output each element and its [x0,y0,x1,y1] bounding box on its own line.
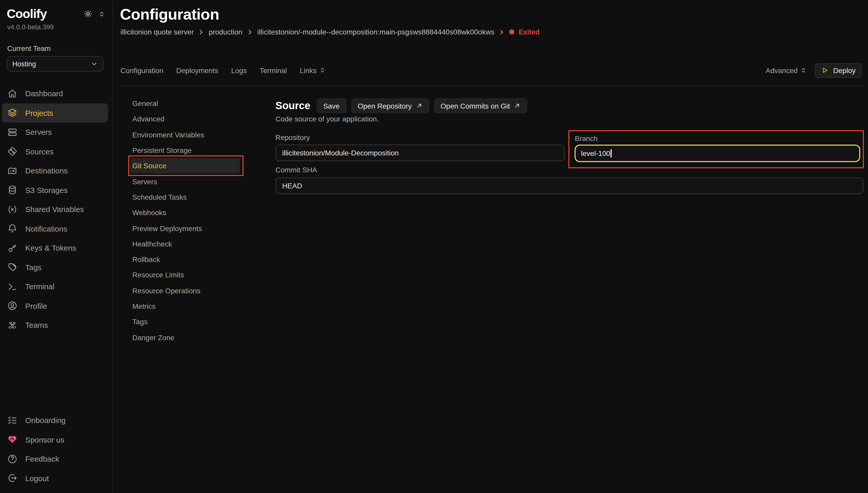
home-icon [7,88,18,99]
open-repository-button[interactable]: Open Repository [351,98,429,113]
checklist-icon [7,415,18,426]
config-nav-metrics[interactable]: Metrics [130,299,240,314]
sidebar-item-sources[interactable]: Sources [2,142,108,161]
config-nav-persistent-storage[interactable]: Persistent Storage [130,143,240,158]
sidebar-item-teams[interactable]: Teams [2,316,108,335]
status-badge: Exited [519,28,539,36]
play-icon [821,66,829,74]
chevrons-up-down-icon [319,67,326,73]
terminal-icon [7,281,18,292]
git-source-icon [7,146,18,157]
commit-sha-label: Commit SHA [275,166,317,174]
chevrons-up-down-icon [800,67,807,73]
advanced-dropdown[interactable]: Advanced [765,66,807,74]
config-nav-rollback[interactable]: Rollback [130,252,240,267]
chevron-down-icon [91,60,98,67]
config-nav-resource-limits[interactable]: Resource Limits [130,267,240,283]
config-nav-resource-operations[interactable]: Resource Operations [130,283,240,299]
sidebar-item-profile[interactable]: Profile [2,296,108,316]
chevron-right-icon [247,28,253,35]
team-selector[interactable]: Hosting [7,56,104,71]
users-icon [7,320,18,330]
repository-input[interactable]: illicitestonion/Module-Decomposition [275,145,565,161]
sidebar-item-destinations[interactable]: Destinations [2,161,108,180]
logout-icon [7,473,18,484]
breadcrumb: illicitonion quote serverproductionillic… [121,28,539,36]
config-nav-scheduled-tasks[interactable]: Scheduled Tasks [130,189,240,205]
sidebar-item-feedback[interactable]: Feedback [2,449,108,469]
branch-label: Branch [575,134,598,143]
breadcrumb-item[interactable]: illicitestonion/-module--decomposition:m… [257,28,494,36]
tab-configuration[interactable]: Configuration [121,66,164,74]
open-commits-button[interactable]: Open Commits on Git [434,98,527,113]
sidebar-nav: Dashboard Projects Servers Sources Desti… [2,84,108,335]
screenshot-stage: Coolify v4.0.0-beta.399 Current Team Hos… [0,0,868,493]
user-circle-icon [7,301,18,311]
sidebar-item-logout[interactable]: Logout [2,469,108,488]
coolify-app: Coolify v4.0.0-beta.399 Current Team Hos… [0,0,868,493]
tabs-divider [120,85,862,86]
chevron-right-icon [499,28,505,35]
tab-terminal[interactable]: Terminal [260,66,287,74]
sidebar-collapse-icon[interactable] [98,10,105,17]
repository-label: Repository [275,133,310,142]
tab-deployments[interactable]: Deployments [176,66,218,74]
save-button[interactable]: Save [317,98,346,113]
branch-input[interactable]: level-100 [574,145,860,162]
page-title: Configuration [120,6,219,23]
config-nav-servers[interactable]: Servers [130,174,240,189]
text-cursor [611,149,612,157]
help-circle-icon [7,454,18,464]
config-nav-advanced[interactable]: Advanced [130,111,240,127]
tabs: ConfigurationDeploymentsLogsTerminalLink… [121,66,326,74]
sidebar-item-shared-variables[interactable]: Shared Variables [2,200,108,219]
sidebar-item-keys-tokens[interactable]: Keys & Tokens [2,238,108,258]
sidebar-item-onboarding[interactable]: Onboarding [2,411,108,430]
sidebar-item-notifications[interactable]: Notifications [2,219,108,238]
tag-icon [7,262,18,273]
server-icon [7,127,18,137]
source-section-description: Code source of your application. [275,115,379,123]
sidebar-item-dashboard[interactable]: Dashboard [2,84,108,103]
annotation-highlight-branch: Branch level-100 [568,130,864,168]
sidebar-item-servers[interactable]: Servers [2,123,108,142]
sidebar-item-tags[interactable]: Tags [2,258,108,277]
tabs-row: ConfigurationDeploymentsLogsTerminalLink… [121,63,862,78]
deploy-button[interactable]: Deploy [815,63,862,78]
config-nav-preview-deployments[interactable]: Preview Deployments [130,220,240,236]
sidebar-item-sponsor-us[interactable]: Sponsor us [2,430,108,449]
source-section-header: Source Save Open Repository Open Commits… [275,98,527,113]
app-logo: Coolify [7,7,47,21]
tab-logs[interactable]: Logs [231,66,247,74]
config-nav-environment-variables[interactable]: Environment Variables [130,127,240,143]
theme-toggle-sun-icon[interactable] [83,9,93,19]
config-nav-general[interactable]: General [130,96,240,111]
breadcrumb-item[interactable]: production [209,28,242,36]
chevron-right-icon [198,28,205,35]
config-nav-danger-zone[interactable]: Danger Zone [130,329,240,345]
sidebar-item-s3-storages[interactable]: S3 Storages [2,180,108,200]
source-section-title: Source [275,100,311,112]
external-link-icon [416,102,423,109]
breadcrumb-item[interactable]: illicitonion quote server [121,28,194,36]
sidebar-footer-nav: Onboarding Sponsor us Feedback Logout [2,411,108,488]
layers-icon [7,108,18,118]
configuration-section-nav: GeneralAdvancedEnvironment VariablesPers… [130,96,240,345]
key-icon [7,243,18,253]
config-nav-tags[interactable]: Tags [130,314,240,329]
current-team-label: Current Team [7,44,51,52]
bell-icon [7,223,18,234]
sidebar-item-projects[interactable]: Projects [2,103,108,123]
config-nav-webhooks[interactable]: Webhooks [130,205,240,220]
config-nav-healthcheck[interactable]: Healthcheck [130,236,240,252]
database-icon [7,185,18,195]
external-link-icon [514,102,521,109]
heart-icon [7,434,18,445]
commit-sha-input[interactable]: HEAD [275,177,863,194]
sidebar-item-terminal[interactable]: Terminal [2,277,108,296]
map-icon [7,166,18,176]
team-selector-value: Hosting [12,60,36,68]
config-nav-git-source[interactable]: Git Source [130,158,240,174]
status-dot [509,29,514,35]
tab-links[interactable]: Links [300,66,326,74]
